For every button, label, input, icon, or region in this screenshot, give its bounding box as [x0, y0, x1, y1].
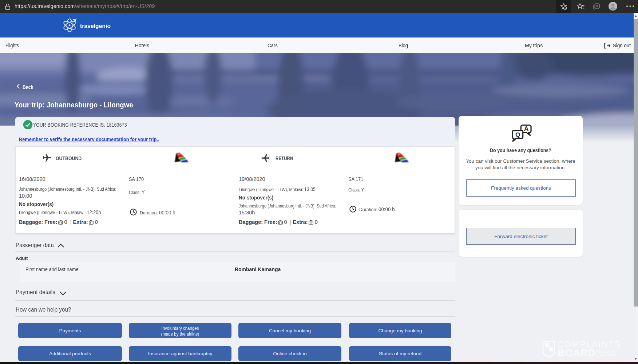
svg-text:A: A [524, 125, 528, 132]
svg-text:Q: Q [515, 131, 520, 138]
